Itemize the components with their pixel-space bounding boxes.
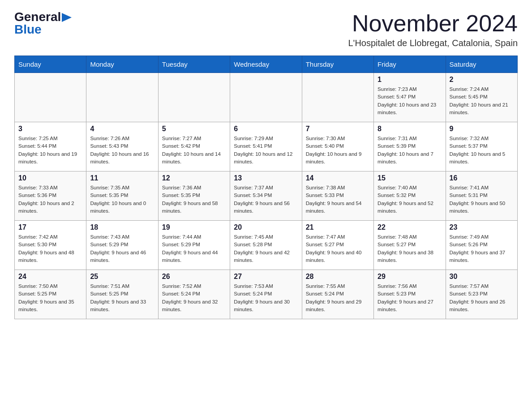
day-number: 25 bbox=[90, 273, 154, 281]
day-number: 6 bbox=[234, 125, 298, 133]
day-info: Sunrise: 7:23 AMSunset: 5:47 PMDaylight:… bbox=[378, 86, 442, 116]
day-info: Sunrise: 7:29 AMSunset: 5:41 PMDaylight:… bbox=[234, 135, 298, 166]
day-info: Sunrise: 7:24 AMSunset: 5:45 PMDaylight:… bbox=[450, 86, 514, 116]
calendar-cell: 24Sunrise: 7:50 AMSunset: 5:25 PMDayligh… bbox=[15, 270, 86, 319]
calendar-cell: 12Sunrise: 7:36 AMSunset: 5:35 PMDayligh… bbox=[158, 171, 230, 221]
day-number: 14 bbox=[306, 174, 370, 182]
day-info: Sunrise: 7:26 AMSunset: 5:43 PMDaylight:… bbox=[90, 135, 154, 166]
calendar-cell: 11Sunrise: 7:35 AMSunset: 5:35 PMDayligh… bbox=[86, 171, 158, 221]
day-number: 21 bbox=[306, 223, 370, 231]
calendar-week-row: 1Sunrise: 7:23 AMSunset: 5:47 PMDaylight… bbox=[15, 73, 518, 122]
calendar-table: SundayMondayTuesdayWednesdayThursdayFrid… bbox=[14, 56, 518, 319]
day-info: Sunrise: 7:38 AMSunset: 5:33 PMDaylight:… bbox=[306, 184, 370, 215]
day-number: 16 bbox=[450, 174, 514, 182]
day-number: 26 bbox=[162, 273, 226, 281]
logo-arrow-icon bbox=[62, 13, 72, 22]
day-number: 1 bbox=[378, 76, 442, 84]
day-info: Sunrise: 7:32 AMSunset: 5:37 PMDaylight:… bbox=[450, 135, 514, 166]
day-number: 4 bbox=[90, 125, 154, 133]
calendar-cell: 20Sunrise: 7:45 AMSunset: 5:28 PMDayligh… bbox=[230, 221, 302, 270]
page-header: General Blue November 2024 L'Hospitalet … bbox=[14, 11, 518, 48]
day-info: Sunrise: 7:43 AMSunset: 5:29 PMDaylight:… bbox=[90, 233, 154, 264]
day-number: 5 bbox=[162, 125, 226, 133]
calendar-cell: 1Sunrise: 7:23 AMSunset: 5:47 PMDaylight… bbox=[374, 73, 446, 122]
day-number: 18 bbox=[90, 223, 154, 231]
day-number: 19 bbox=[162, 223, 226, 231]
calendar-cell: 22Sunrise: 7:48 AMSunset: 5:27 PMDayligh… bbox=[374, 221, 446, 270]
day-info: Sunrise: 7:27 AMSunset: 5:42 PMDaylight:… bbox=[162, 135, 226, 166]
calendar-cell: 2Sunrise: 7:24 AMSunset: 5:45 PMDaylight… bbox=[446, 73, 517, 122]
day-number: 22 bbox=[378, 223, 442, 231]
day-number: 9 bbox=[450, 125, 514, 133]
calendar-cell: 8Sunrise: 7:31 AMSunset: 5:39 PMDaylight… bbox=[374, 122, 446, 171]
calendar-cell: 29Sunrise: 7:56 AMSunset: 5:23 PMDayligh… bbox=[374, 270, 446, 319]
day-info: Sunrise: 7:47 AMSunset: 5:27 PMDaylight:… bbox=[306, 233, 370, 264]
day-number: 3 bbox=[18, 125, 82, 133]
calendar-cell: 3Sunrise: 7:25 AMSunset: 5:44 PMDaylight… bbox=[15, 122, 86, 171]
day-info: Sunrise: 7:33 AMSunset: 5:36 PMDaylight:… bbox=[18, 184, 82, 215]
day-number: 23 bbox=[450, 223, 514, 231]
calendar-cell: 7Sunrise: 7:30 AMSunset: 5:40 PMDaylight… bbox=[302, 122, 373, 171]
day-info: Sunrise: 7:44 AMSunset: 5:29 PMDaylight:… bbox=[162, 233, 226, 264]
title-block: November 2024 L'Hospitalet de Llobregat,… bbox=[348, 11, 518, 48]
day-number: 8 bbox=[378, 125, 442, 133]
day-number: 20 bbox=[234, 223, 298, 231]
column-header-sunday: Sunday bbox=[15, 56, 86, 73]
calendar-cell bbox=[302, 73, 373, 122]
calendar-week-row: 3Sunrise: 7:25 AMSunset: 5:44 PMDaylight… bbox=[15, 122, 518, 171]
day-number: 10 bbox=[18, 174, 82, 182]
day-info: Sunrise: 7:42 AMSunset: 5:30 PMDaylight:… bbox=[18, 233, 82, 264]
day-info: Sunrise: 7:35 AMSunset: 5:35 PMDaylight:… bbox=[90, 184, 154, 215]
calendar-cell: 4Sunrise: 7:26 AMSunset: 5:43 PMDaylight… bbox=[86, 122, 158, 171]
column-header-monday: Monday bbox=[86, 56, 158, 73]
calendar-cell: 9Sunrise: 7:32 AMSunset: 5:37 PMDaylight… bbox=[446, 122, 517, 171]
calendar-cell: 30Sunrise: 7:57 AMSunset: 5:23 PMDayligh… bbox=[446, 270, 517, 319]
day-info: Sunrise: 7:53 AMSunset: 5:24 PMDaylight:… bbox=[234, 283, 298, 313]
calendar-header-row: SundayMondayTuesdayWednesdayThursdayFrid… bbox=[15, 56, 518, 73]
day-info: Sunrise: 7:56 AMSunset: 5:23 PMDaylight:… bbox=[378, 283, 442, 313]
day-info: Sunrise: 7:41 AMSunset: 5:31 PMDaylight:… bbox=[450, 184, 514, 215]
day-info: Sunrise: 7:57 AMSunset: 5:23 PMDaylight:… bbox=[450, 283, 514, 313]
day-info: Sunrise: 7:36 AMSunset: 5:35 PMDaylight:… bbox=[162, 184, 226, 215]
day-info: Sunrise: 7:55 AMSunset: 5:24 PMDaylight:… bbox=[306, 283, 370, 313]
calendar-cell: 14Sunrise: 7:38 AMSunset: 5:33 PMDayligh… bbox=[302, 171, 373, 221]
calendar-cell: 27Sunrise: 7:53 AMSunset: 5:24 PMDayligh… bbox=[230, 270, 302, 319]
calendar-cell: 19Sunrise: 7:44 AMSunset: 5:29 PMDayligh… bbox=[158, 221, 230, 270]
day-number: 11 bbox=[90, 174, 154, 182]
day-info: Sunrise: 7:30 AMSunset: 5:40 PMDaylight:… bbox=[306, 135, 370, 166]
calendar-cell: 23Sunrise: 7:49 AMSunset: 5:26 PMDayligh… bbox=[446, 221, 517, 270]
day-info: Sunrise: 7:49 AMSunset: 5:26 PMDaylight:… bbox=[450, 233, 514, 264]
column-header-tuesday: Tuesday bbox=[158, 56, 230, 73]
calendar-week-row: 24Sunrise: 7:50 AMSunset: 5:25 PMDayligh… bbox=[15, 270, 518, 319]
calendar-cell bbox=[86, 73, 158, 122]
calendar-cell: 5Sunrise: 7:27 AMSunset: 5:42 PMDaylight… bbox=[158, 122, 230, 171]
calendar-week-row: 10Sunrise: 7:33 AMSunset: 5:36 PMDayligh… bbox=[15, 171, 518, 221]
day-info: Sunrise: 7:40 AMSunset: 5:32 PMDaylight:… bbox=[378, 184, 442, 215]
day-number: 2 bbox=[450, 76, 514, 84]
calendar-cell: 6Sunrise: 7:29 AMSunset: 5:41 PMDaylight… bbox=[230, 122, 302, 171]
month-title: November 2024 bbox=[348, 11, 518, 36]
column-header-friday: Friday bbox=[374, 56, 446, 73]
day-number: 15 bbox=[378, 174, 442, 182]
calendar-cell bbox=[230, 73, 302, 122]
calendar-cell: 25Sunrise: 7:51 AMSunset: 5:25 PMDayligh… bbox=[86, 270, 158, 319]
calendar-cell bbox=[158, 73, 230, 122]
day-number: 28 bbox=[306, 273, 370, 281]
day-info: Sunrise: 7:31 AMSunset: 5:39 PMDaylight:… bbox=[378, 135, 442, 166]
day-number: 29 bbox=[378, 273, 442, 281]
calendar-cell: 15Sunrise: 7:40 AMSunset: 5:32 PMDayligh… bbox=[374, 171, 446, 221]
calendar-cell: 18Sunrise: 7:43 AMSunset: 5:29 PMDayligh… bbox=[86, 221, 158, 270]
calendar-cell: 10Sunrise: 7:33 AMSunset: 5:36 PMDayligh… bbox=[15, 171, 86, 221]
logo: General Blue bbox=[14, 11, 72, 36]
column-header-thursday: Thursday bbox=[302, 56, 373, 73]
column-header-wednesday: Wednesday bbox=[230, 56, 302, 73]
day-number: 7 bbox=[306, 125, 370, 133]
calendar-cell bbox=[15, 73, 86, 122]
logo-blue-text: Blue bbox=[14, 23, 42, 36]
calendar-cell: 26Sunrise: 7:52 AMSunset: 5:24 PMDayligh… bbox=[158, 270, 230, 319]
calendar-cell: 16Sunrise: 7:41 AMSunset: 5:31 PMDayligh… bbox=[446, 171, 517, 221]
logo-general-text: General bbox=[14, 11, 61, 23]
day-number: 13 bbox=[234, 174, 298, 182]
day-number: 17 bbox=[18, 223, 82, 231]
calendar-cell: 13Sunrise: 7:37 AMSunset: 5:34 PMDayligh… bbox=[230, 171, 302, 221]
